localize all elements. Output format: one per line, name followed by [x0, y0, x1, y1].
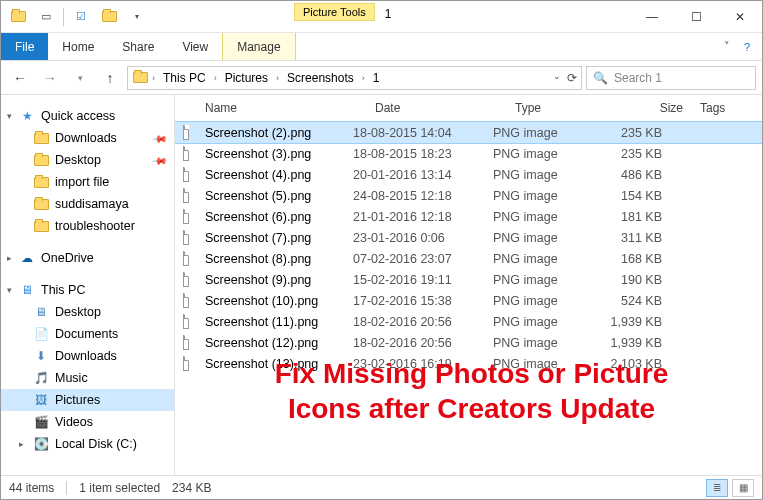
file-row[interactable]: Screenshot (3).png18-08-2015 18:23PNG im… [175, 143, 762, 164]
back-button[interactable]: ← [7, 65, 33, 91]
file-name: Screenshot (7).png [197, 230, 345, 246]
tab-home[interactable]: Home [48, 33, 108, 60]
col-size[interactable]: Size [612, 95, 692, 121]
sidebar-quick-access[interactable]: ▾ ★ Quick access [1, 105, 174, 127]
file-size: 2,103 KB [590, 356, 670, 372]
file-date: 24-08-2015 12:18 [345, 188, 485, 204]
col-type[interactable]: Type [507, 95, 612, 121]
maximize-button[interactable]: ☐ [674, 1, 718, 32]
sidebar-onedrive[interactable]: ▸ ☁ OneDrive [1, 247, 174, 269]
sidebar-this-pc[interactable]: ▾ 🖥 This PC [1, 279, 174, 301]
sidebar-item[interactable]: 🎵Music [1, 367, 174, 389]
file-size: 311 KB [590, 230, 670, 246]
file-icon [175, 145, 197, 162]
item-icon: ⬇ [33, 348, 49, 364]
ribbon-expand-icon[interactable]: ˅ [724, 40, 730, 53]
column-headers: Name Date Type Size Tags [175, 95, 762, 122]
file-list: Name Date Type Size Tags Screenshot (2).… [175, 95, 762, 475]
col-tags[interactable]: Tags [692, 95, 762, 121]
details-view-button[interactable]: ≣ [706, 479, 728, 497]
sidebar-label: This PC [41, 283, 85, 297]
breadcrumb-segment[interactable]: Pictures [221, 69, 272, 87]
file-row[interactable]: Screenshot (12).png18-02-2016 20:56PNG i… [175, 332, 762, 353]
file-date: 18-08-2015 14:04 [345, 125, 485, 141]
chevron-down-icon[interactable]: ▾ [7, 285, 12, 295]
minimize-button[interactable]: — [630, 1, 674, 32]
col-date[interactable]: Date [367, 95, 507, 121]
file-row[interactable]: Screenshot (4).png20-01-2016 13:14PNG im… [175, 164, 762, 185]
computer-icon: 🖥 [19, 282, 35, 298]
file-date: 18-08-2015 18:23 [345, 146, 485, 162]
sidebar-item[interactable]: 🖥Desktop [1, 301, 174, 323]
file-type: PNG image [485, 356, 590, 372]
sidebar-item[interactable]: ⬇Downloads [1, 345, 174, 367]
file-tab[interactable]: File [1, 33, 48, 60]
sidebar-item[interactable]: 📄Documents [1, 323, 174, 345]
sidebar-item[interactable]: Downloads📌 [1, 127, 174, 149]
refresh-icon[interactable]: ⟳ [567, 71, 577, 85]
file-row[interactable]: Screenshot (13).png23-02-2016 16:19PNG i… [175, 353, 762, 374]
breadcrumb-segment[interactable]: 1 [369, 69, 384, 87]
close-button[interactable]: ✕ [718, 1, 762, 32]
chevron-right-icon[interactable]: › [274, 73, 281, 83]
forward-button[interactable]: → [37, 65, 63, 91]
search-placeholder: Search 1 [614, 71, 662, 85]
file-row[interactable]: Screenshot (7).png23-01-2016 0:06PNG ima… [175, 227, 762, 248]
folder-icon [33, 218, 49, 234]
sidebar-item-label: Desktop [55, 153, 101, 167]
qat-dropdown-icon[interactable]: ▾ [126, 6, 148, 28]
file-row[interactable]: Screenshot (9).png15-02-2016 19:11PNG im… [175, 269, 762, 290]
chevron-right-icon[interactable]: › [212, 73, 219, 83]
tab-view[interactable]: View [168, 33, 222, 60]
sidebar-item[interactable]: ▸💽Local Disk (C:) [1, 433, 174, 455]
breadcrumb-segment[interactable]: This PC [159, 69, 210, 87]
col-name[interactable]: Name [197, 95, 367, 121]
sidebar-item[interactable]: suddisamaya [1, 193, 174, 215]
checkbox-icon[interactable]: ☑ [70, 6, 92, 28]
navigation-bar: ← → ▾ ↑ › This PC › Pictures › Screensho… [1, 61, 762, 95]
file-size: 235 KB [590, 125, 670, 141]
tab-manage[interactable]: Manage [222, 33, 295, 60]
sidebar-item[interactable]: Desktop📌 [1, 149, 174, 171]
folder-icon [33, 152, 49, 168]
search-box[interactable]: 🔍 Search 1 [586, 66, 756, 90]
tab-share[interactable]: Share [108, 33, 168, 60]
sidebar-label: Quick access [41, 109, 115, 123]
open-icon[interactable] [98, 6, 120, 28]
sidebar-item[interactable]: 🎬Videos [1, 411, 174, 433]
navigation-pane[interactable]: ▾ ★ Quick access Downloads📌Desktop📌impor… [1, 95, 175, 475]
item-icon: 📄 [33, 326, 49, 342]
sidebar-item-label: import file [55, 175, 109, 189]
file-row[interactable]: Screenshot (5).png24-08-2015 12:18PNG im… [175, 185, 762, 206]
chevron-down-icon[interactable]: ▾ [7, 111, 12, 121]
up-button[interactable]: ↑ [97, 65, 123, 91]
address-dropdown-icon[interactable]: ⌄ [553, 71, 561, 85]
recent-locations-icon[interactable]: ▾ [67, 65, 93, 91]
address-bar[interactable]: › This PC › Pictures › Screenshots › 1 ⌄… [127, 66, 582, 90]
file-row[interactable]: Screenshot (10).png17-02-2016 15:38PNG i… [175, 290, 762, 311]
file-row[interactable]: Screenshot (2).png18-08-2015 14:04PNG im… [175, 122, 762, 143]
chevron-right-icon[interactable]: ▸ [7, 253, 12, 263]
properties-icon[interactable]: ▭ [35, 6, 57, 28]
chevron-right-icon[interactable]: › [150, 73, 157, 83]
sidebar-item[interactable]: troubleshooter [1, 215, 174, 237]
sidebar-item[interactable]: import file [1, 171, 174, 193]
file-name: Screenshot (4).png [197, 167, 345, 183]
folder-icon[interactable] [7, 6, 29, 28]
pin-icon: 📌 [152, 152, 168, 168]
help-icon[interactable]: ? [744, 41, 750, 53]
file-type: PNG image [485, 188, 590, 204]
file-row[interactable]: Screenshot (8).png07-02-2016 23:07PNG im… [175, 248, 762, 269]
col-icon[interactable] [175, 95, 197, 121]
sidebar-item[interactable]: 🖼Pictures [1, 389, 174, 411]
chevron-right-icon[interactable]: › [360, 73, 367, 83]
file-name: Screenshot (11).png [197, 314, 345, 330]
breadcrumb-segment[interactable]: Screenshots [283, 69, 358, 87]
file-icon [175, 187, 197, 204]
file-row[interactable]: Screenshot (6).png21-01-2016 12:18PNG im… [175, 206, 762, 227]
file-row[interactable]: Screenshot (11).png18-02-2016 20:56PNG i… [175, 311, 762, 332]
thumbnails-view-button[interactable]: ▦ [732, 479, 754, 497]
chevron-right-icon[interactable]: ▸ [19, 439, 24, 449]
file-type: PNG image [485, 335, 590, 351]
file-type: PNG image [485, 209, 590, 225]
